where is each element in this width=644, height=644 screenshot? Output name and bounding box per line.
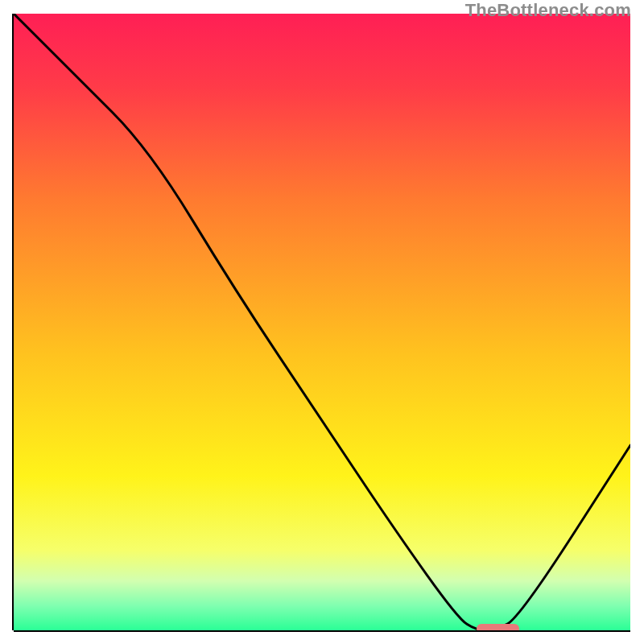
x-axis <box>14 630 630 632</box>
chart-container: { "watermark": "TheBottleneck.com", "cha… <box>0 0 644 644</box>
bottleneck-curve <box>14 14 630 630</box>
watermark-text: TheBottleneck.com <box>465 0 631 21</box>
optimal-range-marker <box>477 624 520 630</box>
plot-area <box>14 14 630 630</box>
y-axis <box>12 14 14 630</box>
